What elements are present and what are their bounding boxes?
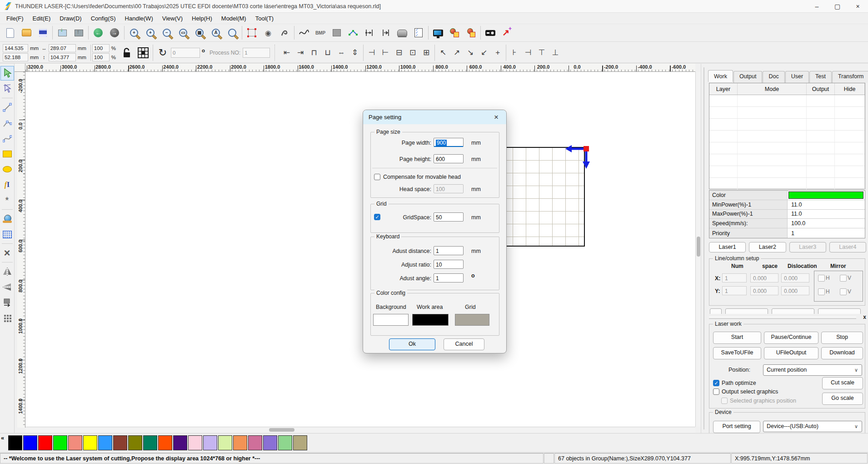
- tab-transform[interactable]: Transform: [832, 71, 868, 83]
- panel-close-icon[interactable]: x: [863, 314, 866, 320]
- align-icon[interactable]: ⇔: [334, 46, 348, 60]
- delete-tool-button[interactable]: ×: [1, 246, 14, 260]
- import-button[interactable]: ↓: [54, 25, 70, 40]
- menu-drawd[interactable]: Draw(D): [55, 14, 86, 23]
- ok-button[interactable]: Ok: [389, 338, 435, 350]
- trace-button[interactable]: ◉: [260, 25, 276, 40]
- spacing-icon[interactable]: ⊡: [406, 46, 419, 60]
- palette-swatch-19[interactable]: [293, 435, 307, 450]
- curve-tool-button[interactable]: [296, 25, 312, 40]
- start-button[interactable]: Start: [713, 332, 761, 344]
- group-button[interactable]: [446, 25, 463, 40]
- array-copy-button[interactable]: [1, 311, 14, 325]
- zoom-tool-button-6[interactable]: [224, 25, 240, 40]
- tab-output[interactable]: Output: [733, 71, 763, 83]
- process-no-field[interactable]: 1: [243, 48, 270, 58]
- node-edit-tool-button[interactable]: [1, 82, 14, 96]
- palette-swatch-4[interactable]: [68, 435, 82, 450]
- mirror-x-v-checkbox[interactable]: [840, 275, 847, 282]
- line-tool-button[interactable]: [1, 101, 14, 114]
- mirror-y-v-checkbox[interactable]: [840, 288, 847, 295]
- text-tool-button[interactable]: fI: [1, 178, 14, 192]
- output-list-button[interactable]: ✓✓✓: [410, 25, 427, 40]
- palette-swatch-14[interactable]: [218, 435, 232, 450]
- cancel-button[interactable]: Cancel: [444, 338, 484, 350]
- palette-swatch-0[interactable]: [8, 435, 22, 450]
- zoom-tool-button-3[interactable]: ▭: [175, 25, 191, 40]
- palette-swatch-15[interactable]: [233, 435, 247, 450]
- x-space-input[interactable]: 0.000: [750, 273, 778, 282]
- maximize-button[interactable]: ▢: [827, 0, 848, 12]
- grid-snap-button[interactable]: [135, 45, 151, 61]
- spacing-icon[interactable]: ⊟: [392, 46, 406, 60]
- mirror-y-h-checkbox[interactable]: [818, 288, 825, 295]
- dialog-title-bar[interactable]: Page setting ×: [363, 110, 506, 124]
- y-dislocation-input[interactable]: 0.000: [781, 286, 809, 295]
- cut-scale-button[interactable]: Cut scale: [822, 377, 863, 389]
- align-icon[interactable]: ⇥: [294, 46, 307, 60]
- zoom-tool-button-2[interactable]: −: [159, 25, 175, 40]
- edge-align-icon[interactable]: ⊣: [521, 46, 535, 60]
- palette-swatch-7[interactable]: [113, 435, 127, 450]
- port-setting-button[interactable]: Port setting: [713, 421, 760, 433]
- clipped-button[interactable]: [725, 308, 768, 314]
- rotate-angle-field[interactable]: 0: [171, 48, 200, 58]
- edge-align-icon[interactable]: ⊦: [508, 46, 521, 60]
- mirror-x-h-checkbox[interactable]: [818, 275, 825, 282]
- stop-button[interactable]: Stop: [821, 332, 863, 344]
- palette-swatch-8[interactable]: [128, 435, 142, 450]
- open-file-button[interactable]: [18, 25, 35, 40]
- h-scroll-thumb[interactable]: [269, 428, 294, 432]
- dot-grid-tool-button[interactable]: [1, 227, 14, 241]
- projector-button[interactable]: [482, 25, 499, 40]
- ufileoutput-button[interactable]: UFileOutput: [764, 347, 818, 359]
- rotate-button[interactable]: ↻: [155, 45, 171, 61]
- page-width-input[interactable]: 900: [434, 138, 464, 147]
- camera-tool-button[interactable]: [1, 212, 14, 226]
- menu-filef[interactable]: File(F): [2, 14, 28, 23]
- property-value[interactable]: 11.0: [788, 200, 865, 209]
- adjust-distance-input[interactable]: 1: [434, 246, 464, 255]
- corner-icon[interactable]: ↘: [464, 46, 477, 60]
- palette-swatch-13[interactable]: [203, 435, 217, 450]
- corner-icon[interactable]: +: [491, 46, 504, 60]
- align-icon[interactable]: ⊓: [307, 46, 321, 60]
- dialog-close-button[interactable]: ×: [491, 112, 502, 123]
- layer-column-header-output[interactable]: Output: [807, 83, 835, 95]
- size-height-field[interactable]: 104.377: [49, 53, 76, 61]
- cut-tool-button[interactable]: [276, 25, 293, 40]
- menu-modelm[interactable]: Model(M): [217, 14, 251, 23]
- panel-splitter[interactable]: [701, 64, 708, 433]
- work-area-color-swatch[interactable]: [412, 314, 449, 326]
- adjust-angle-input[interactable]: 1: [434, 273, 464, 282]
- scale-x-field[interactable]: 100: [92, 44, 110, 52]
- clipped-button[interactable]: [772, 308, 814, 314]
- align-icon[interactable]: ⊔: [321, 46, 334, 60]
- rectangle-tool-button[interactable]: [1, 147, 14, 161]
- pause-continue-button[interactable]: Pause/Continue: [764, 332, 818, 344]
- zoom-tool-button-0[interactable]: +: [126, 25, 142, 40]
- bmp-button[interactable]: BMP: [312, 25, 329, 40]
- y-num-input[interactable]: 1: [722, 286, 747, 295]
- position-dropdown[interactable]: Current position∨: [763, 364, 862, 376]
- bezier-tool-button[interactable]: [1, 131, 14, 145]
- tab-test[interactable]: Test: [809, 71, 832, 83]
- palette-swatch-17[interactable]: [263, 435, 277, 450]
- v-dimension-button[interactable]: [378, 25, 394, 40]
- select-bounds-button[interactable]: [244, 25, 260, 40]
- grid-color-swatch[interactable]: [455, 314, 489, 326]
- select-tool-button[interactable]: [1, 66, 14, 80]
- download-button[interactable]: Download: [821, 347, 863, 359]
- menu-edite[interactable]: Edit(E): [28, 14, 55, 23]
- edge-align-icon[interactable]: ⊤: [535, 46, 549, 60]
- panel-horizontal-splitter[interactable]: x: [708, 315, 867, 320]
- save-button[interactable]: [35, 25, 51, 40]
- h-dimension-button[interactable]: [361, 25, 378, 40]
- property-value[interactable]: [788, 191, 865, 200]
- palette-swatch-9[interactable]: [143, 435, 157, 450]
- adjust-ratio-input[interactable]: 10: [434, 260, 464, 269]
- laser-position-button[interactable]: ↗+: [499, 25, 515, 40]
- v-scroll-thumb[interactable]: [697, 237, 700, 257]
- preview-button[interactable]: [430, 25, 446, 40]
- undo-button[interactable]: ←: [90, 25, 106, 40]
